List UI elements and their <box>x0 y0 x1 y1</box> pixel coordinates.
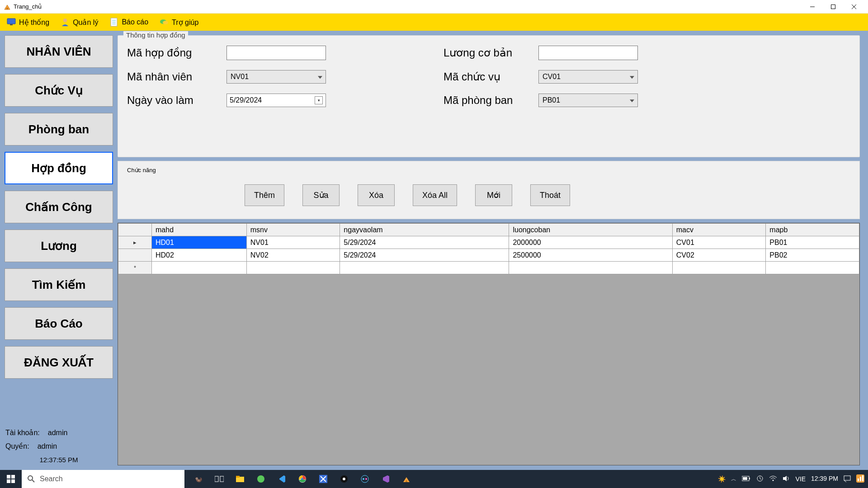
taskbar-copilot[interactable] <box>354 470 375 488</box>
btn-thoat[interactable]: Thoát <box>530 184 570 206</box>
maximize-button[interactable] <box>823 0 844 14</box>
tray-battery-icon[interactable] <box>742 475 751 483</box>
btn-xoa[interactable]: Xóa <box>358 184 395 206</box>
minimize-button[interactable] <box>802 0 823 14</box>
cell[interactable] <box>509 262 672 274</box>
sidebar-item-luong[interactable]: Lương <box>5 230 113 262</box>
tray-volume-icon[interactable] <box>783 475 790 483</box>
taskbar-vscode[interactable] <box>271 470 292 488</box>
cell[interactable]: 2000000 <box>509 236 672 249</box>
role-value: admin <box>38 440 57 453</box>
function-group: Chức năng Thêm Sửa Xóa Xóa All Mới Thoát <box>118 161 860 219</box>
menu-baocao[interactable]: Báo cáo <box>104 15 153 29</box>
label-mapb: Mã phòng ban <box>443 94 538 107</box>
svg-rect-1 <box>6 8 8 9</box>
col-header[interactable]: mahd <box>152 224 247 236</box>
cell[interactable]: 5/29/2024 <box>340 249 509 262</box>
sidebar-item-label: Tìm Kiếm <box>32 278 86 292</box>
menu-trogiup[interactable]: Trợ giúp <box>155 15 203 29</box>
col-header[interactable]: luongcoban <box>509 224 672 236</box>
tray-clock[interactable]: 12:39 PM <box>811 475 838 482</box>
person-icon <box>60 17 70 27</box>
col-header[interactable]: macv <box>672 224 766 236</box>
menu-label: Báo cáo <box>122 18 148 26</box>
svg-rect-39 <box>749 478 750 479</box>
btn-sua[interactable]: Sửa <box>302 184 340 206</box>
select-mapb[interactable] <box>538 94 638 107</box>
col-header[interactable]: mapb <box>766 224 859 236</box>
account-value: admin <box>48 426 68 440</box>
datagrid[interactable]: mahdmsnvngayvaolamluongcobanmacvmapb▸HD0… <box>118 223 860 465</box>
col-header[interactable]: ngayvaolam <box>340 224 509 236</box>
cell[interactable]: 5/29/2024 <box>340 236 509 249</box>
taskbar-app-green[interactable] <box>250 470 271 488</box>
sidebar-item-dangxuat[interactable]: ĐĂNG XUẤT <box>5 346 113 379</box>
taskbar-current-app[interactable] <box>396 470 417 488</box>
sidebar-item-hopdong[interactable]: Hợp đồng <box>5 152 113 184</box>
calendar-icon[interactable]: ▾ <box>315 96 323 104</box>
tray-chevron-up-icon[interactable]: ︿ <box>731 475 736 483</box>
sidebar-item-baocao[interactable]: Báo Cáo <box>5 307 113 340</box>
taskbar-search[interactable]: Search <box>22 470 184 488</box>
menu-quanly[interactable]: Quản lý <box>56 15 103 29</box>
tray-wifi-icon[interactable] <box>769 475 777 483</box>
cell[interactable]: PB01 <box>766 236 859 249</box>
table-row[interactable]: HD02NV025/29/20242500000CV02PB02 <box>118 249 859 262</box>
taskbar-app-otter[interactable]: 🦦 <box>188 470 209 488</box>
select-macv[interactable] <box>538 70 638 84</box>
btn-them[interactable]: Thêm <box>245 184 284 206</box>
start-button[interactable] <box>0 470 22 488</box>
taskbar-app-circle[interactable] <box>334 470 354 488</box>
main-panel: Thông tin hợp đồng Mã hợp đồng Lương cơ … <box>118 31 868 470</box>
sidebar-item-phongban[interactable]: Phòng ban <box>5 113 113 145</box>
cell[interactable] <box>766 262 859 274</box>
sidebar-item-timkiem[interactable]: Tìm Kiếm <box>5 268 113 301</box>
svg-rect-6 <box>7 19 15 24</box>
taskbar-visualstudio[interactable] <box>375 470 396 488</box>
svg-point-34 <box>365 478 367 480</box>
tray-app-icon[interactable] <box>856 474 864 484</box>
cell[interactable] <box>152 262 247 274</box>
select-manv[interactable] <box>226 70 326 84</box>
table-row[interactable]: * <box>118 262 859 274</box>
tray-updates-icon[interactable] <box>756 475 764 483</box>
cell[interactable]: NV01 <box>246 236 340 249</box>
form-legend: Thông tin hợp đồng <box>123 31 188 39</box>
cell[interactable] <box>246 262 340 274</box>
cell[interactable]: HD02 <box>152 249 247 262</box>
svg-rect-46 <box>858 479 859 481</box>
tray-weather-icon[interactable]: ☀️ <box>718 475 726 483</box>
cell[interactable]: CV02 <box>672 249 766 262</box>
svg-rect-17 <box>7 479 10 483</box>
btn-xoaall[interactable]: Xóa All <box>413 184 457 206</box>
input-luong[interactable] <box>538 46 638 60</box>
col-header[interactable]: msnv <box>246 224 340 236</box>
btn-moi[interactable]: Mới <box>475 184 512 206</box>
taskbar-chrome[interactable] <box>292 470 313 488</box>
tray-language[interactable]: VIE <box>795 475 806 483</box>
cell[interactable]: CV01 <box>672 236 766 249</box>
sidebar-item-nhanvien[interactable]: NHÂN VIÊN <box>5 35 113 68</box>
taskbar-explorer[interactable] <box>230 470 250 488</box>
cell[interactable]: PB02 <box>766 249 859 262</box>
cell[interactable] <box>340 262 509 274</box>
sidebar-item-chamcong[interactable]: Chấm Công <box>5 191 113 223</box>
menu-label: Trợ giúp <box>172 18 198 27</box>
windows-icon <box>7 475 15 483</box>
datepicker-ngay[interactable]: 5/29/2024 ▾ <box>226 94 326 107</box>
svg-point-8 <box>63 19 67 22</box>
taskbar-taskview[interactable] <box>209 470 230 488</box>
table-row[interactable]: ▸HD01NV015/29/20242000000CV01PB01 <box>118 236 859 249</box>
menubar: Hệ thống Quản lý Báo cáo Trợ giúp <box>0 14 868 31</box>
tray-notifications-icon[interactable] <box>844 475 851 483</box>
cell[interactable] <box>672 262 766 274</box>
close-button[interactable] <box>844 0 864 14</box>
cell[interactable]: 2500000 <box>509 249 672 262</box>
sidebar-item-chucvu[interactable]: Chức Vụ <box>5 74 113 107</box>
taskbar-app-blue[interactable] <box>313 470 334 488</box>
form-group: Thông tin hợp đồng Mã hợp đồng Lương cơ … <box>118 35 860 157</box>
input-mahd[interactable] <box>226 46 326 60</box>
cell[interactable]: HD01 <box>152 236 247 249</box>
menu-hethong[interactable]: Hệ thống <box>2 15 54 29</box>
cell[interactable]: NV02 <box>246 249 340 262</box>
